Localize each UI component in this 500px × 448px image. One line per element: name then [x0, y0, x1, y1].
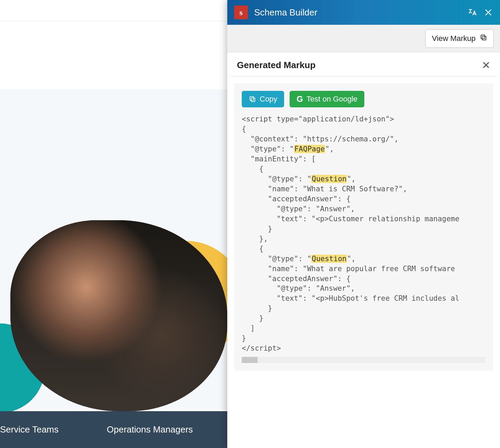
copy-stack-icon	[480, 34, 487, 43]
highlight-question-1: Question	[311, 175, 347, 183]
scrollbar-thumb[interactable]	[242, 357, 258, 363]
footer-strip: Service Teams Operations Managers	[0, 411, 227, 448]
copy-icon	[249, 95, 256, 103]
panel-title: Schema Builder	[254, 7, 461, 18]
highlight-faqpage: FAQPage	[294, 145, 325, 153]
schema-builder-panel: s Schema Builder View Markup Generated M…	[227, 0, 500, 448]
view-markup-label: View Markup	[432, 34, 476, 43]
test-google-button[interactable]: G Test on Google	[290, 91, 364, 107]
markup-container: Copy G Test on Google <script type="appl…	[234, 83, 493, 371]
svg-rect-4	[482, 36, 486, 40]
close-panel-icon[interactable]	[483, 8, 493, 17]
section-title: Generated Markup	[237, 60, 315, 71]
close-section-icon[interactable]: ✕	[482, 59, 490, 71]
app-logo: s	[234, 6, 248, 19]
footer-col-service[interactable]: Service Teams	[0, 424, 59, 435]
panel-toolbar: View Markup	[227, 25, 500, 52]
translate-icon[interactable]	[468, 8, 477, 17]
view-markup-button[interactable]: View Markup	[425, 29, 494, 48]
svg-rect-7	[250, 97, 254, 100]
panel-header: s Schema Builder	[227, 0, 500, 25]
copy-label: Copy	[260, 95, 277, 104]
google-icon: G	[296, 94, 303, 104]
section-header: Generated Markup ✕	[231, 52, 497, 76]
svg-rect-5	[481, 35, 485, 39]
hero-photo	[10, 220, 227, 411]
copy-button[interactable]: Copy	[242, 91, 284, 107]
footer-col-ops[interactable]: Operations Managers	[107, 424, 193, 435]
google-label: Test on Google	[306, 95, 357, 104]
panel-body: Copy G Test on Google <script type="appl…	[227, 76, 500, 448]
svg-rect-6	[251, 98, 255, 102]
highlight-question-2: Question	[311, 255, 347, 263]
horizontal-scrollbar[interactable]	[242, 357, 486, 363]
action-buttons: Copy G Test on Google	[242, 91, 486, 107]
generated-code[interactable]: <script type="application/ld+json"> { "@…	[242, 114, 486, 353]
